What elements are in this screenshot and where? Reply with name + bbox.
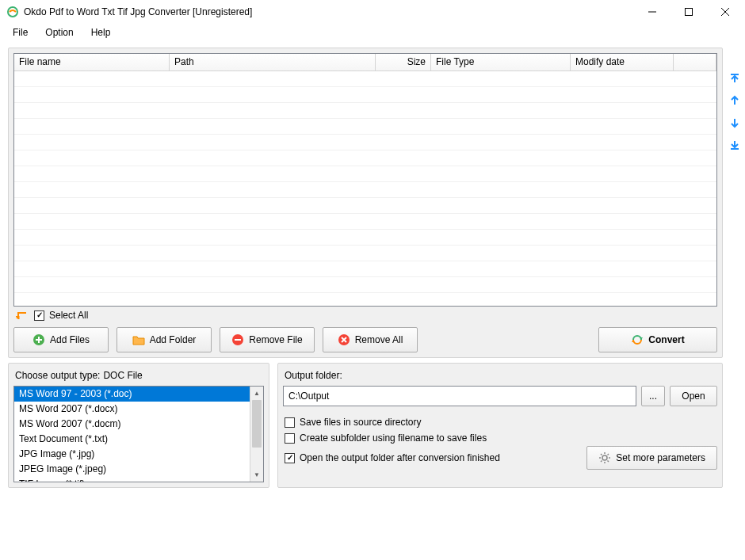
menu-file[interactable]: File xyxy=(5,25,36,40)
output-type-listbox[interactable]: MS Word 97 - 2003 (*.doc) MS Word 2007 (… xyxy=(14,387,250,482)
window-title: Okdo Pdf to Word Txt Tif Jpg Converter [… xyxy=(24,6,634,17)
list-item[interactable]: MS Word 2007 (*.docx) xyxy=(14,402,250,417)
set-parameters-button[interactable]: Set more parameters xyxy=(586,446,717,470)
output-type-panel: Choose output type: DOC File MS Word 97 … xyxy=(8,363,269,488)
output-folder-panel: Output folder: ... Open Save files in so… xyxy=(277,363,723,488)
svg-rect-2 xyxy=(686,9,693,16)
titlebar: Okdo Pdf to Word Txt Tif Jpg Converter [… xyxy=(0,0,745,24)
col-filename[interactable]: File name xyxy=(14,54,170,70)
list-item[interactable]: TIF Image (*.tif) xyxy=(14,477,250,482)
convert-icon xyxy=(631,333,644,346)
svg-line-18 xyxy=(601,461,602,463)
listbox-scrollbar[interactable]: ▲ ▼ xyxy=(250,387,263,482)
create-subfolder-checkbox[interactable] xyxy=(285,433,295,444)
scroll-thumb[interactable] xyxy=(252,400,262,448)
output-folder-label: Output folder: xyxy=(285,370,342,381)
create-subfolder-label: Create subfolder using filename to save … xyxy=(300,432,487,444)
svg-rect-9 xyxy=(235,339,241,341)
list-item[interactable]: Text Document (*.txt) xyxy=(14,432,250,447)
table-header: File name Path Size File Type Modify dat… xyxy=(14,54,716,71)
folder-icon xyxy=(132,333,145,346)
open-folder-button[interactable]: Open xyxy=(670,386,717,406)
close-button[interactable] xyxy=(707,0,743,24)
list-item[interactable]: MS Word 2007 (*.docm) xyxy=(14,417,250,432)
list-item[interactable]: JPG Image (*.jpg) xyxy=(14,447,250,462)
table-body[interactable] xyxy=(14,71,716,306)
col-size[interactable]: Size xyxy=(376,54,431,70)
menubar: File Option Help xyxy=(0,24,745,41)
open-after-checkbox[interactable] xyxy=(285,453,295,463)
svg-point-11 xyxy=(602,455,607,460)
save-source-checkbox[interactable] xyxy=(285,417,295,428)
col-modifydate[interactable]: Modify date xyxy=(571,54,674,70)
select-all-checkbox[interactable] xyxy=(34,310,44,321)
menu-option[interactable]: Option xyxy=(37,25,81,40)
col-path[interactable]: Path xyxy=(170,54,376,70)
svg-line-16 xyxy=(601,454,602,455)
file-toolbar: Add Files Add Folder Remove File Remove … xyxy=(13,327,717,352)
svg-line-17 xyxy=(608,461,609,463)
open-after-label: Open the output folder after conversion … xyxy=(300,452,500,463)
browse-button[interactable]: ... xyxy=(641,386,665,406)
col-filetype[interactable]: File Type xyxy=(431,54,571,70)
add-files-button[interactable]: Add Files xyxy=(13,327,109,352)
add-folder-button[interactable]: Add Folder xyxy=(117,327,212,352)
save-source-label: Save files in source directory xyxy=(300,417,421,428)
list-item[interactable]: JPEG Image (*.jpeg) xyxy=(14,462,250,477)
return-icon xyxy=(15,310,29,321)
maximize-button[interactable] xyxy=(670,0,707,24)
plus-icon xyxy=(32,333,45,346)
output-folder-input[interactable] xyxy=(283,386,636,406)
scroll-up-arrow[interactable]: ▲ xyxy=(250,387,263,400)
remove-file-button[interactable]: Remove File xyxy=(220,327,315,352)
gear-icon xyxy=(598,451,611,464)
menu-help[interactable]: Help xyxy=(83,25,119,40)
minus-icon xyxy=(231,333,244,346)
svg-point-0 xyxy=(8,7,17,17)
output-type-label: Choose output type: xyxy=(15,370,100,381)
output-type-value: DOC File xyxy=(103,370,142,381)
remove-all-button[interactable]: Remove All xyxy=(323,327,418,352)
file-list-panel: File name Path Size File Type Modify dat… xyxy=(8,48,723,358)
col-empty[interactable] xyxy=(674,54,716,70)
x-icon xyxy=(338,333,350,346)
app-icon xyxy=(6,6,19,18)
svg-line-19 xyxy=(608,454,609,455)
select-all-label: Select All xyxy=(49,310,88,321)
minimize-button[interactable] xyxy=(634,0,670,24)
list-item[interactable]: MS Word 97 - 2003 (*.doc) xyxy=(14,387,250,402)
convert-button[interactable]: Convert xyxy=(598,327,717,352)
file-table[interactable]: File name Path Size File Type Modify dat… xyxy=(13,53,717,307)
scroll-down-arrow[interactable]: ▼ xyxy=(250,468,263,482)
